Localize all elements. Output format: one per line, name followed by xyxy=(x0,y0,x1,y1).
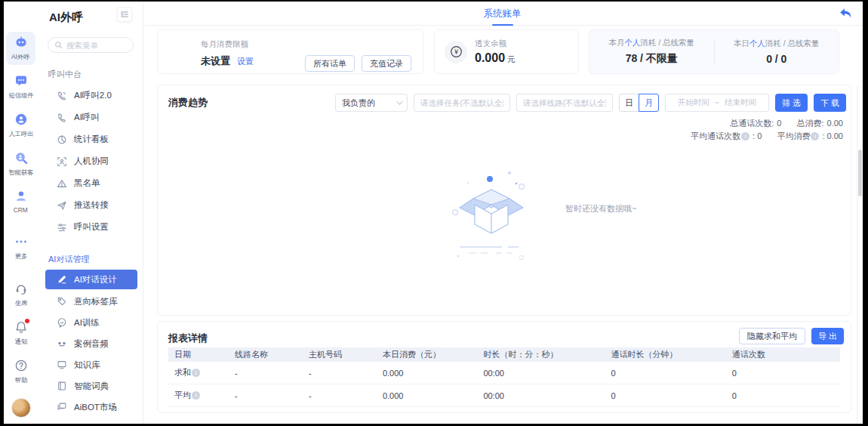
today-quota: 本日个人消耗 / 总线索量 0 / 0 xyxy=(715,39,839,65)
back-button[interactable] xyxy=(839,7,853,23)
sliders-icon xyxy=(57,222,67,233)
rail-item-label: 短信组件 xyxy=(8,91,33,100)
rail-item-label: AI外呼 xyxy=(11,53,29,62)
sidebar-item-ai-dialog-design[interactable]: AI对话设计 xyxy=(45,270,137,289)
sidebar-item-label: AI训练 xyxy=(74,317,100,329)
billing-content: 每月消费限额 未设置 设置 所有话单 充值记录 ¥ 透支余额 xyxy=(143,26,863,424)
consumption-trend-panel: 消费趋势 我负责的 日 月 开始时间 ~ 结束时间 xyxy=(157,85,851,316)
collapse-icon xyxy=(120,10,129,19)
sidebar-item-ai-call-2[interactable]: AI呼叫2.0 xyxy=(38,85,143,106)
avg-cost-label: 平均消费 xyxy=(777,131,810,140)
sidebar-item-label: 人机协同 xyxy=(74,156,109,167)
cell-host: - xyxy=(303,369,377,378)
date-range-picker[interactable]: 开始时间 ~ 结束时间 xyxy=(665,94,769,112)
rail-item-label: 坐席 xyxy=(14,299,27,308)
sidebar-item-human-machine[interactable]: 人机协同 xyxy=(38,150,143,172)
bell-icon xyxy=(14,320,28,334)
rail-item-sms[interactable]: 短信组件 xyxy=(6,70,35,103)
sidebar-collapse-button[interactable] xyxy=(117,7,132,22)
rail-item-ai-outbound[interactable]: AI外呼 xyxy=(6,32,35,65)
sidebar-item-aibot-market[interactable]: AiBOT市场 xyxy=(38,397,143,418)
trend-filters: 我负责的 日 月 开始时间 ~ 结束时间 筛 选 下 载 xyxy=(335,94,846,112)
rail-item-agent-seat[interactable]: 坐席 xyxy=(6,278,35,311)
sidebar-item-push-transfer[interactable]: 推送转接 xyxy=(38,194,143,216)
filter-button[interactable]: 筛 选 xyxy=(775,94,808,112)
table-row-sum: 求和i - - 0.000 00:00 0 0 xyxy=(168,362,840,384)
sidebar-search[interactable] xyxy=(48,37,134,53)
col-call-minutes: 通话时长（分钟） xyxy=(605,349,725,360)
total-cost-label: 总消费: xyxy=(797,119,824,128)
report-detail-panel: 报表详情 隐藏求和平均 导 出 日期 线路名称 主机号码 本日消费（元） 时长（… xyxy=(157,321,851,413)
empty-box-illustration xyxy=(446,165,537,264)
sidebar-section-label: 呼叫中台 xyxy=(48,69,143,80)
warning-triangle-icon xyxy=(57,178,67,189)
sidebar-item-intent-tags[interactable]: 意向标签库 xyxy=(38,291,143,312)
overdraft-unit: 元 xyxy=(507,54,516,63)
download-button[interactable]: 下 载 xyxy=(814,94,846,112)
rail-item-label: CRM xyxy=(14,206,28,213)
cell-line: - xyxy=(229,369,303,378)
app-window: AI外呼 短信组件 人工呼出 智能获客 CRM xyxy=(4,2,863,424)
tab-system-billing[interactable]: 系统账单 xyxy=(484,2,522,26)
set-limit-link[interactable]: 设置 xyxy=(237,56,254,67)
scrollbar-track[interactable] xyxy=(857,86,863,424)
book-icon xyxy=(57,381,67,391)
start-time-placeholder: 开始时间 xyxy=(678,97,709,108)
recharge-records-button[interactable]: 充值记录 xyxy=(362,55,411,72)
chat-smile-icon xyxy=(57,317,67,328)
ai-outbound-robot-icon xyxy=(14,36,28,49)
search-icon xyxy=(54,41,63,49)
cell-cost: 0.000 xyxy=(377,369,478,378)
rail-item-more[interactable]: 更多 xyxy=(6,231,35,264)
sidebar-item-label: 意向标签库 xyxy=(74,296,118,307)
user-avatar[interactable] xyxy=(11,398,31,418)
task-filter-input[interactable] xyxy=(414,94,510,112)
sidebar-item-stats-board[interactable]: 统计看板 xyxy=(38,128,143,150)
sidebar-menu-ai-dialog: AI对话设计 意向标签库 AI训练 案例音频 知识库 智能词典 xyxy=(38,270,143,424)
sidebar-item-label: 黑名单 xyxy=(74,178,100,189)
overdraft-label: 透支余额 xyxy=(475,39,516,49)
sidebar-item-knowledge-base[interactable]: 知识库 xyxy=(38,354,143,375)
day-toggle-button[interactable]: 日 xyxy=(619,94,639,112)
rail-item-help[interactable]: 帮助 xyxy=(6,355,35,388)
overdraft-card: ¥ 透支余额 0.000元 xyxy=(434,29,579,74)
rail-item-manual-call[interactable]: 人工呼出 xyxy=(6,109,35,142)
monitor-icon xyxy=(57,360,67,370)
owner-filter-select[interactable]: 我负责的 xyxy=(335,94,408,112)
sidebar-item-digital-human[interactable]: 数字人交互 xyxy=(38,418,143,424)
line-filter-input[interactable] xyxy=(516,94,613,112)
cell-duration: 00:00 xyxy=(477,391,605,400)
cell-host: - xyxy=(303,391,377,400)
month-toggle-button[interactable]: 月 xyxy=(639,94,659,112)
sidebar-item-blacklist[interactable]: 黑名单 xyxy=(38,172,143,194)
sidebar-item-ai-call[interactable]: AI呼叫 xyxy=(38,106,143,128)
all-bills-button[interactable]: 所有话单 xyxy=(305,55,355,72)
sidebar-search-input[interactable] xyxy=(66,41,127,50)
sidebar-item-label: 数字人交互 xyxy=(74,423,118,424)
app-rail: AI外呼 短信组件 人工呼出 智能获客 CRM xyxy=(4,2,38,424)
month-quota-prefix: 本月 xyxy=(608,38,624,47)
main-area: 系统账单 每月消费限额 未设置 设置 所有话单 充值记录 xyxy=(143,2,863,424)
monthly-limit-label: 每月消费限额 xyxy=(201,39,254,50)
sms-bubble-icon xyxy=(14,74,28,88)
rail-item-label: 人工呼出 xyxy=(8,130,33,139)
sidebar-item-call-settings[interactable]: 呼叫设置 xyxy=(38,216,143,238)
export-button[interactable]: 导 出 xyxy=(811,328,844,344)
notification-badge xyxy=(25,319,29,323)
sidebar-item-smart-dictionary[interactable]: 智能词典 xyxy=(38,375,143,397)
scrollbar-thumb[interactable] xyxy=(858,150,862,196)
sidebar: AI外呼 呼叫中台 AI呼叫2.0 AI呼叫 统计看板 人机协同 xyxy=(38,2,143,424)
svg-text:¥: ¥ xyxy=(454,49,457,56)
headset-icon xyxy=(14,282,28,295)
rail-item-smart-leads[interactable]: 智能获客 xyxy=(6,147,35,181)
cell-duration: 00:00 xyxy=(477,369,605,378)
sidebar-item-ai-training[interactable]: AI训练 xyxy=(38,312,143,333)
rail-item-notifications[interactable]: 通知 xyxy=(6,316,35,350)
col-host-number: 主机号码 xyxy=(303,349,377,360)
help-icon xyxy=(14,359,28,372)
phone-icon xyxy=(57,113,67,123)
hide-sum-avg-button[interactable]: 隐藏求和平均 xyxy=(739,328,805,344)
sidebar-item-case-audio[interactable]: 案例音频 xyxy=(38,333,143,354)
rail-item-crm[interactable]: CRM xyxy=(6,186,35,217)
table-row-average: 平均i - - 0.000 00:00 0 0 xyxy=(168,384,840,407)
